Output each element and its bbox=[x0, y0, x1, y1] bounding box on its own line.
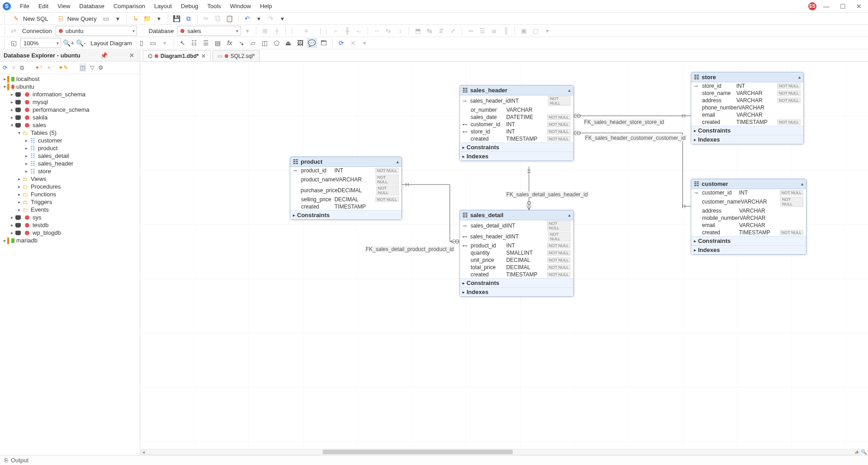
align-hcenter-icon[interactable]: ≡ bbox=[301, 26, 311, 36]
tree-table-customer[interactable]: ▸☷customer bbox=[0, 137, 140, 144]
minimize-button[interactable]: — bbox=[820, 3, 833, 10]
column-sales_header_id[interactable]: ⊷sales_header_idINTNOT NULL bbox=[460, 231, 573, 242]
column-customer_id[interactable]: ⊷customer_idINTNOT NULL bbox=[460, 121, 573, 128]
column-or_number[interactable]: or_numberVARCHAR bbox=[460, 106, 573, 114]
cut-icon[interactable]: ✂ bbox=[201, 14, 211, 24]
collapse-icon[interactable]: ▴ bbox=[568, 88, 571, 93]
column-sales_header_id[interactable]: ⊸sales_header_idINTNOT NULL bbox=[460, 95, 573, 106]
tree-db-information_schema[interactable]: ▸information_schema bbox=[0, 90, 140, 98]
align-bottom-icon[interactable]: ⌙ bbox=[354, 26, 364, 36]
section-indexes[interactable]: ▸Indexes bbox=[691, 135, 803, 144]
section-constraints[interactable]: ▸Constraints bbox=[460, 278, 573, 287]
page-portrait-icon[interactable]: ▯ bbox=[137, 38, 146, 48]
column-created[interactable]: createdTIMESTAMPNOT NULL bbox=[460, 271, 573, 278]
page-landscape-icon[interactable]: ▭ bbox=[148, 38, 158, 48]
menu-comparison[interactable]: Comparison bbox=[109, 1, 150, 11]
section-constraints[interactable]: ▸Constraints bbox=[290, 210, 401, 219]
tree-db-sales[interactable]: ▾sales bbox=[0, 121, 140, 129]
link-icon[interactable]: 🗔 bbox=[319, 38, 329, 48]
entity-product[interactable]: ☷product▴⊸product_idINTNOT NULLproduct_n… bbox=[290, 157, 402, 220]
tree-folder-Functions[interactable]: ▸🗀Functions bbox=[0, 190, 140, 198]
column-created[interactable]: createdTIMESTAMPNOT NULL bbox=[691, 229, 806, 236]
pointer-icon[interactable]: ↖ bbox=[178, 38, 188, 48]
column-sales_date[interactable]: sales_dateDATETIMENOT NULL bbox=[460, 114, 573, 121]
menu-file[interactable]: File bbox=[15, 1, 34, 11]
tree-folder-Views[interactable]: ▸🗀Views bbox=[0, 175, 140, 183]
shape-polygon-icon[interactable]: ⬠ bbox=[272, 38, 282, 48]
size-h-icon[interactable]: ⇵ bbox=[436, 26, 446, 36]
database-dropdown[interactable]: sales▾ bbox=[177, 26, 241, 36]
column-address[interactable]: addressVARCHAR bbox=[691, 207, 806, 214]
align-center-icon[interactable]: ┼ bbox=[272, 26, 282, 36]
settings-icon[interactable]: ⚙ bbox=[98, 64, 104, 71]
size-max-icon[interactable]: ⤢ bbox=[448, 26, 458, 36]
tree-db-mysql[interactable]: ▸mysql bbox=[0, 98, 140, 106]
tree-table-store[interactable]: ▸☷store bbox=[0, 167, 140, 175]
section-indexes[interactable]: ▸Indexes bbox=[460, 152, 573, 161]
tree-folder-Events[interactable]: ▸🗀Events bbox=[0, 206, 140, 214]
dist-v-icon[interactable]: ↕ bbox=[395, 26, 405, 36]
menu-layout[interactable]: Layout bbox=[150, 1, 176, 11]
menu-window[interactable]: Window bbox=[226, 1, 255, 11]
tree-db-testdb[interactable]: ▸testdb bbox=[0, 221, 140, 229]
tree-db-sys[interactable]: ▸sys bbox=[0, 214, 140, 221]
diagram-canvas[interactable]: ◂▸ ⤢🔍 ☷product▴⊸product_idINTNOT NULLpro… bbox=[140, 62, 868, 455]
section-indexes[interactable]: ▸Indexes bbox=[691, 245, 806, 254]
collapse-icon[interactable]: ▴ bbox=[801, 181, 803, 186]
spacing-compact-icon[interactable]: ≣ bbox=[489, 26, 499, 36]
column-email[interactable]: emailVARCHAR bbox=[691, 111, 803, 119]
stamp-icon[interactable]: ⏏ bbox=[283, 38, 293, 48]
entity-sales_detail[interactable]: ☷sales_detail▴⊸sales_detail_idINTNOT NUL… bbox=[459, 210, 574, 297]
spacing-v-icon[interactable]: ║ bbox=[501, 26, 511, 36]
entity-store[interactable]: ☷store▴⊸store_idINTNOT NULLstore_nameVAR… bbox=[691, 72, 804, 144]
section-constraints[interactable]: ▸Constraints bbox=[460, 142, 573, 152]
menu-debug[interactable]: Debug bbox=[176, 1, 203, 11]
shape-ellipse-icon[interactable]: ◫ bbox=[260, 38, 270, 48]
tree-folder-Procedures[interactable]: ▸🗀Procedures bbox=[0, 183, 140, 190]
horizontal-scrollbar[interactable]: ◂▸ bbox=[140, 449, 861, 455]
expand-panel-icon[interactable]: ⤢ bbox=[854, 449, 859, 455]
dropdown-arrow-icon[interactable]: ▾ bbox=[254, 14, 264, 24]
collapse-icon[interactable]: ▴ bbox=[396, 159, 399, 164]
tab-sql2-sql-[interactable]: ▭SQL2.sql* bbox=[212, 50, 260, 61]
stop-icon[interactable]: ✕ bbox=[348, 38, 358, 48]
column-address[interactable]: addressVARCHARNOT NULL bbox=[691, 97, 803, 104]
column-sales_detail_id[interactable]: ⊸sales_detail_idINTNOT NULL bbox=[460, 220, 573, 231]
column-phone_number[interactable]: phone_numberVARCHAR bbox=[691, 104, 803, 111]
relation-icon[interactable]: ↘ bbox=[236, 38, 246, 48]
tree-db-performance_schema[interactable]: ▸performance_schema bbox=[0, 106, 140, 114]
collapse-icon[interactable]: ▴ bbox=[568, 213, 571, 218]
dropdown-arrow-icon[interactable]: ▾ bbox=[154, 14, 164, 24]
order-back-icon[interactable]: ▢ bbox=[530, 26, 540, 36]
spacing-h-icon[interactable]: ═ bbox=[466, 26, 476, 36]
grid-icon[interactable]: ▤ bbox=[213, 38, 223, 48]
column-purchase_price[interactable]: purchase_priceDECIMALNOT NULL bbox=[290, 185, 401, 196]
collapse-icon[interactable]: ▴ bbox=[798, 75, 801, 80]
section-constraints[interactable]: ▸Constraints bbox=[691, 236, 806, 245]
filter-toggle-icon[interactable]: ◫ bbox=[79, 63, 86, 72]
delete-icon[interactable]: ✕ bbox=[11, 64, 16, 71]
column-quantity[interactable]: quantitySMALLINTNOT NULL bbox=[460, 249, 573, 256]
spacing-expand-icon[interactable]: ☰ bbox=[477, 26, 487, 36]
image-icon[interactable]: 🖼 bbox=[295, 38, 305, 48]
menu-tools[interactable]: Tools bbox=[203, 1, 225, 11]
tree-table-sales_header[interactable]: ▸☷sales_header bbox=[0, 160, 140, 167]
section-constraints[interactable]: ▸Constraints bbox=[691, 126, 803, 135]
dropdown-arrow-icon[interactable]: ▾ bbox=[542, 26, 552, 36]
tree-folder-Triggers[interactable]: ▸🗀Triggers bbox=[0, 198, 140, 206]
column-customer_name[interactable]: customer_nameVARCHARNOT NULL bbox=[691, 196, 806, 207]
zoom-out-icon[interactable]: 🔍- bbox=[76, 38, 86, 48]
close-panel-button[interactable]: ✕ bbox=[127, 52, 136, 59]
dropdown-arrow-icon[interactable]: ▾ bbox=[278, 14, 288, 24]
new-sql-button[interactable]: ✎New SQL bbox=[9, 14, 51, 24]
redo-icon[interactable]: ↷ bbox=[266, 14, 276, 24]
align-item-icon[interactable]: ⊞ bbox=[260, 26, 270, 36]
remove-server-icon[interactable]: ✦⁻ bbox=[47, 64, 55, 71]
column-store_name[interactable]: store_nameVARCHARNOT NULL bbox=[691, 90, 803, 97]
column-product_name[interactable]: product_nameVARCHARNOT NULL bbox=[290, 174, 401, 185]
column-store_id[interactable]: ⊷store_idINTNOT NULL bbox=[460, 128, 573, 135]
maximize-button[interactable]: ☐ bbox=[836, 3, 849, 10]
dist-h-icon[interactable]: ↔ bbox=[372, 26, 382, 36]
tree-table-sales_detail[interactable]: ▸☷sales_detail bbox=[0, 152, 140, 160]
tree-server-ubuntu[interactable]: ▾▌ubuntu bbox=[0, 83, 140, 90]
